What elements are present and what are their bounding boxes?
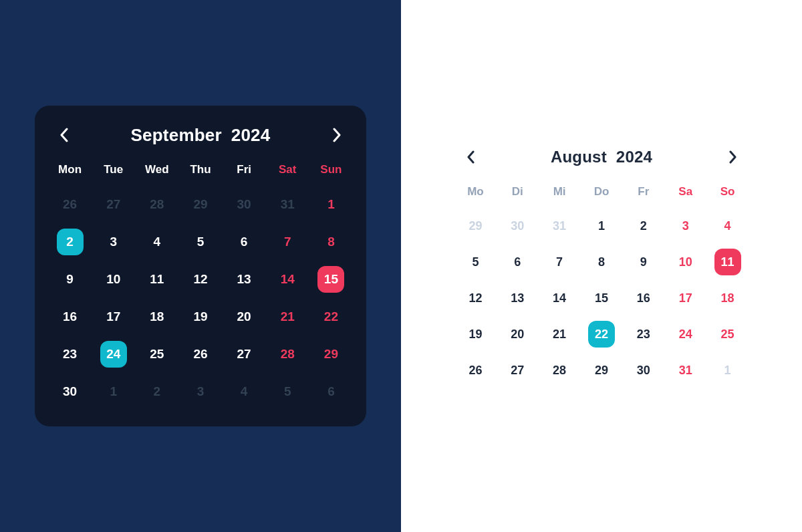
day-cell[interactable]: 11	[135, 261, 178, 298]
day-cell[interactable]: 23	[48, 336, 92, 373]
day-cell[interactable]: 12	[178, 261, 222, 298]
month-label[interactable]: September	[131, 125, 222, 146]
day-cell[interactable]: 19	[454, 316, 497, 352]
day-cell[interactable]: 2	[135, 373, 178, 410]
day-cell[interactable]: 27	[497, 352, 539, 388]
day-cell[interactable]: 24	[92, 336, 135, 373]
day-cell[interactable]: 27	[223, 336, 266, 373]
day-cell[interactable]: 6	[223, 223, 266, 261]
day-cell[interactable]: 30	[497, 208, 539, 244]
day-number: 22	[588, 321, 615, 348]
day-cell[interactable]: 15	[581, 280, 623, 316]
year-label[interactable]: 2024	[616, 148, 652, 166]
day-cell[interactable]: 15	[309, 261, 353, 298]
day-cell[interactable]: 25	[706, 316, 749, 352]
day-cell[interactable]: 13	[223, 261, 266, 298]
day-cell[interactable]: 9	[48, 261, 92, 298]
day-number: 2	[57, 229, 84, 255]
day-cell[interactable]: 25	[135, 336, 178, 373]
day-cell[interactable]: 8	[309, 223, 353, 261]
day-cell[interactable]: 4	[706, 208, 749, 244]
day-cell[interactable]: 4	[135, 223, 178, 261]
day-cell[interactable]: 29	[581, 352, 623, 388]
day-cell[interactable]: 7	[539, 244, 581, 280]
day-cell[interactable]: 28	[539, 352, 581, 388]
day-cell[interactable]: 26	[48, 186, 92, 223]
day-cell[interactable]: 18	[706, 280, 749, 316]
day-cell[interactable]: 6	[497, 244, 539, 280]
day-cell[interactable]: 2	[48, 223, 92, 261]
day-cell[interactable]: 9	[622, 244, 664, 280]
day-cell[interactable]: 16	[622, 280, 664, 316]
day-cell[interactable]: 28	[266, 336, 309, 373]
day-cell[interactable]: 30	[622, 352, 664, 388]
day-cell[interactable]: 29	[309, 336, 353, 373]
day-cell[interactable]: 20	[497, 316, 539, 352]
day-cell[interactable]: 20	[223, 298, 266, 336]
day-cell[interactable]: 22	[309, 298, 353, 336]
month-label[interactable]: August	[551, 148, 607, 166]
day-number: 30	[231, 191, 257, 218]
day-number: 6	[317, 378, 344, 405]
day-cell[interactable]: 12	[454, 280, 497, 316]
day-number: 5	[462, 249, 489, 275]
next-month-button[interactable]	[722, 146, 743, 168]
day-cell[interactable]: 3	[664, 208, 706, 244]
day-cell[interactable]: 4	[223, 373, 266, 410]
day-cell[interactable]: 6	[309, 373, 353, 410]
day-cell[interactable]: 11	[706, 244, 749, 280]
day-number: 1	[317, 191, 344, 218]
day-number: 1	[588, 213, 615, 239]
day-cell[interactable]: 8	[581, 244, 623, 280]
day-cell[interactable]: 1	[309, 186, 353, 223]
day-cell[interactable]: 17	[664, 280, 706, 316]
day-cell[interactable]: 13	[497, 280, 539, 316]
year-label[interactable]: 2024	[231, 125, 271, 146]
day-cell[interactable]: 28	[135, 186, 178, 223]
day-cell[interactable]: 1	[92, 373, 135, 410]
day-number: 30	[57, 378, 84, 405]
day-cell[interactable]: 21	[266, 298, 309, 336]
day-number: 6	[231, 229, 257, 255]
day-cell[interactable]: 14	[539, 280, 581, 316]
day-cell[interactable]: 29	[454, 208, 497, 244]
day-cell[interactable]: 7	[266, 223, 309, 261]
day-cell[interactable]: 10	[664, 244, 706, 280]
day-cell[interactable]: 3	[92, 223, 135, 261]
day-number: 24	[100, 341, 127, 368]
day-cell[interactable]: 31	[539, 208, 581, 244]
day-cell[interactable]: 23	[622, 316, 664, 352]
dark-pane: September 2024 MonTueWedThuFriSatSun2627…	[0, 0, 401, 532]
day-number: 14	[274, 266, 301, 293]
day-cell[interactable]: 30	[223, 186, 266, 223]
day-cell[interactable]: 26	[454, 352, 497, 388]
day-cell[interactable]: 22	[581, 316, 623, 352]
prev-month-button[interactable]	[460, 146, 481, 168]
day-cell[interactable]: 26	[178, 336, 222, 373]
day-number: 29	[317, 341, 344, 368]
day-cell[interactable]: 31	[266, 186, 309, 223]
day-cell[interactable]: 5	[178, 223, 222, 261]
day-cell[interactable]: 1	[581, 208, 623, 244]
day-cell[interactable]: 30	[48, 373, 92, 410]
weekday-label: Fr	[622, 177, 664, 208]
day-cell[interactable]: 3	[178, 373, 222, 410]
day-cell[interactable]: 2	[622, 208, 664, 244]
day-cell[interactable]: 14	[266, 261, 309, 298]
day-cell[interactable]: 19	[178, 298, 222, 336]
day-cell[interactable]: 24	[664, 316, 706, 352]
day-cell[interactable]: 5	[454, 244, 497, 280]
day-cell[interactable]: 29	[178, 186, 222, 223]
next-month-button[interactable]	[326, 124, 348, 146]
day-cell[interactable]: 27	[92, 186, 135, 223]
day-cell[interactable]: 17	[92, 298, 135, 336]
day-cell[interactable]: 21	[539, 316, 581, 352]
day-cell[interactable]: 5	[266, 373, 309, 410]
day-cell[interactable]: 10	[92, 261, 135, 298]
prev-month-button[interactable]	[53, 124, 75, 146]
day-cell[interactable]: 18	[135, 298, 178, 336]
day-cell[interactable]: 16	[48, 298, 92, 336]
day-cell[interactable]: 1	[706, 352, 749, 388]
day-number: 22	[317, 303, 344, 330]
day-cell[interactable]: 31	[664, 352, 706, 388]
